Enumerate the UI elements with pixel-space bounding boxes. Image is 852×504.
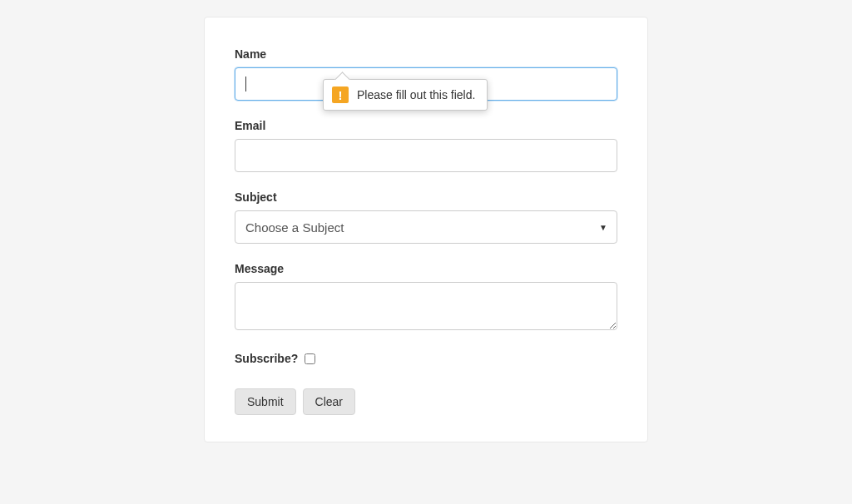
- message-label: Message: [235, 262, 617, 275]
- email-input[interactable]: [235, 139, 617, 172]
- message-field-group: Message: [235, 262, 617, 334]
- validation-message: Please fill out this field.: [357, 88, 475, 101]
- text-cursor: [245, 77, 246, 91]
- clear-button[interactable]: Clear: [303, 388, 355, 415]
- name-label: Name: [235, 47, 617, 61]
- email-label: Email: [235, 119, 617, 132]
- subject-field-group: Subject Choose a Subject ▼: [235, 190, 617, 244]
- validation-tooltip: ! Please fill out this field.: [323, 79, 488, 111]
- message-textarea[interactable]: [235, 282, 617, 330]
- subject-select-wrapper: Choose a Subject ▼: [235, 210, 617, 244]
- subject-select[interactable]: Choose a Subject: [235, 210, 617, 244]
- subscribe-label: Subscribe?: [235, 352, 298, 365]
- subscribe-checkbox[interactable]: [305, 353, 315, 364]
- submit-button[interactable]: Submit: [235, 388, 296, 415]
- subscribe-field-group: Subscribe?: [235, 352, 617, 365]
- button-row: Submit Clear: [235, 388, 617, 415]
- subject-label: Subject: [235, 190, 617, 204]
- contact-form-card: Name ! Please fill out this field. Email…: [204, 17, 648, 442]
- warning-icon: !: [332, 86, 349, 103]
- name-field-group: Name ! Please fill out this field.: [235, 47, 617, 101]
- email-field-group: Email: [235, 119, 617, 172]
